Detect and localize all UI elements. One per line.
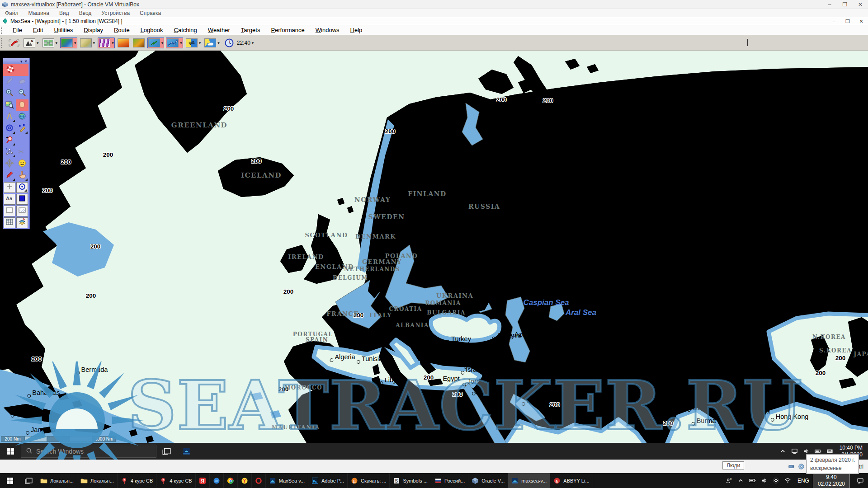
eraser-tool[interactable] <box>16 76 28 88</box>
host-task-view-button[interactable] <box>20 473 37 488</box>
guest-start-button[interactable] <box>0 443 21 460</box>
vb-close-button[interactable]: ✕ <box>853 0 868 9</box>
data-transfer-tool[interactable]: ▾ <box>185 38 202 48</box>
vb-menu-Файл[interactable]: Файл <box>0 10 24 16</box>
weather-map-tool[interactable]: ▾ <box>203 38 221 48</box>
clock-tool[interactable]: 22:40▾ <box>222 38 255 48</box>
terrain-tool[interactable] <box>132 38 146 48</box>
maxsea-menu-performance[interactable]: Performance <box>265 27 310 33</box>
guest-tray-display-icon[interactable] <box>789 448 801 455</box>
layers-button[interactable] <box>16 217 28 228</box>
host-app-4-курс-св[interactable]: 4 курс СВ <box>118 473 156 488</box>
target-tool[interactable] <box>3 123 16 135</box>
vb-menu-Ввод[interactable]: Ввод <box>74 10 97 16</box>
marker-smiley-tool[interactable] <box>16 158 28 170</box>
text-style-button[interactable]: Aa <box>4 194 15 205</box>
vb-maximize-button[interactable]: ❐ <box>837 0 853 9</box>
host-app-symbols-[interactable]: SSymbols ... <box>390 473 431 488</box>
vb-menu-Устройства[interactable]: Устройства <box>96 10 135 16</box>
host-app-abbyy-li-[interactable]: aABBYY Li... <box>550 473 593 488</box>
host-app-chrome[interactable] <box>224 473 238 488</box>
maxsea-menu-utilities[interactable]: Utilities <box>48 27 78 33</box>
fill-hatch-button[interactable] <box>16 206 28 216</box>
fill-none-button[interactable] <box>4 206 15 216</box>
vb-minimize-button[interactable]: – <box>822 0 837 9</box>
move-tool[interactable] <box>3 158 16 170</box>
chart-zoom-tool[interactable] <box>3 99 16 111</box>
host-language-indicator[interactable]: ENG <box>797 478 809 484</box>
vb-menu-Справка[interactable]: Справка <box>135 10 166 16</box>
cut-tool[interactable]: ✂ <box>16 146 28 158</box>
waypoint-pen-tool[interactable] <box>16 123 28 135</box>
host-tray-wifi-icon[interactable] <box>782 477 794 484</box>
table-button[interactable]: 12 <box>4 217 15 228</box>
palette-close-icon[interactable]: ✕ <box>24 59 28 64</box>
host-app-oracle-v-[interactable]: Oracle V... <box>468 473 508 488</box>
sst-gradient-tool[interactable] <box>117 38 130 48</box>
draw-pencil-tool[interactable] <box>3 170 16 182</box>
maxsea-menu-weather[interactable]: Weather <box>203 27 236 33</box>
host-tray-swirl-icon[interactable] <box>770 477 782 484</box>
maxsea-menu-catching[interactable]: Catching <box>169 27 203 33</box>
host-tray-people-icon[interactable]: R <box>723 477 735 484</box>
host-app-4-курс-св[interactable]: 4 курс СВ <box>156 473 195 488</box>
zoom-out-tool[interactable] <box>16 88 28 99</box>
guest-tray-chevron-icon[interactable] <box>777 448 789 455</box>
chart-display-tool[interactable]: ▾ <box>60 38 77 48</box>
host-app-скачать-[interactable]: µСкачать: ... <box>348 473 390 488</box>
host-app-россий-[interactable]: Россий... <box>431 473 468 488</box>
host-clock[interactable]: 9:40 02.02.2020 <box>813 473 850 488</box>
ms-restore-button[interactable]: ❐ <box>841 17 854 25</box>
sounder-tool[interactable]: ▾ <box>98 38 115 48</box>
host-app-opera[interactable] <box>252 473 266 488</box>
plotter-route-tool[interactable]: ▾ <box>166 38 183 48</box>
maxsea-menu-display[interactable]: Display <box>78 27 108 33</box>
chart-map[interactable]: 2002002002002002002002002002002002002002… <box>0 51 868 443</box>
waypoint-style-button[interactable] <box>16 182 28 193</box>
crosshair-style-button[interactable] <box>4 182 15 193</box>
plotter-arrow-tool[interactable]: ▾ <box>147 38 165 48</box>
ms-minimize-button[interactable]: – <box>827 17 841 25</box>
color-style-button[interactable] <box>16 194 28 205</box>
host-app-локальн-[interactable]: Локальн... <box>37 473 77 488</box>
host-app-ybrowser[interactable]: Я <box>196 473 210 488</box>
maxsea-menu-logbook[interactable]: Logbook <box>135 27 169 33</box>
guest-tray-speaker-icon[interactable] <box>801 448 812 455</box>
maxsea-menu-edit[interactable]: Edit <box>28 27 48 33</box>
host-tray-speaker-icon[interactable] <box>759 477 770 484</box>
host-start-button[interactable] <box>0 473 20 488</box>
north-annotation-tool[interactable]: N▾ <box>23 38 40 48</box>
rescue-tool[interactable] <box>3 64 28 76</box>
host-app-edge[interactable] <box>210 473 224 488</box>
pan-hand-tool[interactable] <box>16 99 28 111</box>
guest-task-view-button[interactable] <box>156 443 176 460</box>
vb-menu-Машина[interactable]: Машина <box>24 10 54 16</box>
zoom-in-tool[interactable] <box>3 88 16 99</box>
ms-close-button[interactable]: ✕ <box>854 17 868 25</box>
maxsea-menu-targets[interactable]: Targets <box>236 27 266 33</box>
zoom-area-tool[interactable]: + <box>3 135 16 146</box>
host-tray-battery-icon[interactable] <box>747 477 759 484</box>
maxsea-menu-file[interactable]: File <box>7 27 28 33</box>
host-app-maxsea-v-[interactable]: MaxSea v... <box>266 473 308 488</box>
guest-tray-kbd-icon[interactable] <box>824 448 836 455</box>
globe-tool[interactable] <box>16 111 28 123</box>
notification-center-icon[interactable] <box>853 477 868 484</box>
grid-tool[interactable]: ▾ <box>42 38 59 48</box>
host-app-adobe-p-[interactable]: PsAdobe P... <box>308 473 348 488</box>
select-hand-tool[interactable] <box>16 170 28 182</box>
host-app-ydisky[interactable]: Y <box>238 473 252 488</box>
vb-menu-Вид[interactable]: Вид <box>54 10 74 16</box>
maxsea-menu-route[interactable]: Route <box>108 27 135 33</box>
draw-pen-tool[interactable] <box>7 38 21 48</box>
guest-tray-battery-icon[interactable] <box>812 448 824 455</box>
divider-tool[interactable] <box>3 111 16 123</box>
polygon-tool[interactable]: + <box>3 146 16 158</box>
host-app-maxsea-v-[interactable]: maxsea-v... <box>508 473 550 488</box>
palette-collapse-icon[interactable]: ▾ <box>20 59 23 64</box>
guest-maxsea-app-button[interactable] <box>176 443 196 460</box>
maxsea-menu-help[interactable]: Help <box>345 27 368 33</box>
maxsea-menu-windows[interactable]: Windows <box>310 27 345 33</box>
chart-flat-tool[interactable]: ▾ <box>79 38 96 48</box>
guest-search-box[interactable]: Search Windows <box>21 445 156 458</box>
